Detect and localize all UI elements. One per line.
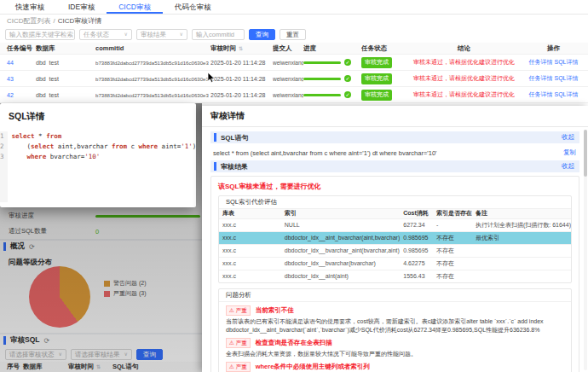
sql-detail-link[interactable]: SQL详情 (554, 75, 578, 81)
col-header: 备注 (472, 209, 571, 218)
sql-detail-link[interactable]: SQL详情 (554, 91, 578, 97)
severity-badge: ⚠ 严重 (226, 362, 251, 372)
chevron-down-icon: ∨ (180, 30, 183, 39)
check-icon: ✓ (344, 59, 351, 66)
progress-bar (303, 78, 341, 80)
cost-eval-table: 库表索引Cost消耗索引是否存在备注xxx.cNULL6272.34-执行计划全… (219, 209, 571, 282)
db-search-input[interactable]: 输入数据库关键字检索 (5, 29, 75, 40)
issues-card: 问题分析 ⚠ 严重当前索引不佳当前该表的已有索引不能满足该语句的使用要求，cos… (218, 288, 572, 372)
sql-statement-text: select * from (select aint,bvarchar from… (213, 149, 437, 157)
mouse-cursor (207, 72, 216, 84)
filter-bar: 输入数据库关键字检索 任务状态∨ 审核结果∨ 输入commitid 查询 重置 (0, 26, 588, 43)
sql-statement-section-header: SQL语句 收起 (210, 131, 579, 143)
search-button[interactable]: 查询 (249, 29, 275, 40)
tab-1[interactable]: IDE审核 (56, 0, 107, 14)
top-tabs: 快速审核IDE审核CICD审核代码仓审核 (0, 0, 588, 15)
issues-title: 问题分析 (219, 289, 571, 302)
col-header: 库表 (219, 209, 281, 218)
task-status-select[interactable]: 任务状态∨ (79, 29, 132, 40)
sql-code: select * from (select aint,bvarchar from… (8, 131, 196, 202)
task-row: 43dbd_testb73883fd2dabcd27739da513db5c91… (0, 71, 588, 87)
task-id-link[interactable]: 43 (7, 76, 14, 82)
task-detail-link[interactable]: 任务详情 (529, 75, 553, 81)
col-header[interactable]: 审核时间 ⇅ (210, 44, 273, 53)
tab-3[interactable]: 代码仓审核 (163, 0, 223, 14)
sql-code-editor[interactable]: 123 select * from (select aint,bvarchar … (0, 131, 196, 202)
cost-eval-row[interactable]: xxx.cdbdoctor_idx__bvarchar_aint(bvarcha… (219, 244, 571, 257)
task-table: 任务编号 ⇅数据库commitid审核时间 ⇅提交人进度任务状态结论操作 44d… (0, 43, 588, 103)
progress-bar (303, 94, 341, 96)
task-row: 42dbd_testb73883fd2dabcd27739da513db5c91… (0, 87, 588, 103)
col-header: 索引 (281, 209, 400, 218)
issue-item: ⚠ 严重检查查询是否存在全表扫描全表扫描会消耗大量资源，数据量较大情况下可能导致… (219, 338, 571, 358)
tab-0[interactable]: 快速审核 (3, 0, 56, 14)
issue-title[interactable]: where条件中必须使用主键列或者索引列 (256, 363, 370, 371)
cost-eval-row[interactable]: xxx.cdbdoctor_idx__bvarchar(bvarchar)4.6… (219, 257, 571, 270)
collapse-link[interactable]: 收起 (562, 133, 579, 142)
status-badge: 审核完成 (361, 57, 392, 68)
line-numbers: 123 (0, 131, 8, 202)
issue-item: ⚠ 严重where条件中必须使用主键列或者索引列 (219, 362, 571, 372)
reset-button[interactable]: 重置 (280, 29, 306, 40)
audit-result-box: 该SQL审核未通过，需要进行优化 SQL索引代价评估 库表索引Cost消耗索引是… (210, 176, 579, 372)
audit-result-select[interactable]: 审核结果∨ (136, 29, 187, 40)
task-detail-link[interactable]: 任务详情 (529, 59, 553, 65)
copy-link[interactable]: 复制 (563, 148, 579, 157)
task-detail-link[interactable]: 任务详情 (529, 91, 553, 97)
breadcrumb: CICD配置列表/CICD审核详情 (0, 15, 588, 26)
cost-eval-title: SQL索引代价评估 (219, 196, 571, 209)
audit-detail-drawer: 审核详情 SQL语句 收起 select * from (select aint… (202, 106, 588, 372)
severity-badge: ⚠ 严重 (226, 338, 251, 348)
modal-title: SQL详情 (0, 103, 196, 123)
col-header: commitid (95, 44, 210, 52)
col-header: Cost消耗 (400, 209, 433, 218)
cost-eval-row[interactable]: xxx.cdbdoctor_idx__aint(aint)1556.43不存在 (219, 270, 571, 282)
task-row: 44dbd_testb73883fd2dabcd27739da513db5c91… (0, 55, 588, 71)
drawer-scrollbar[interactable] (584, 130, 587, 370)
col-header: 操作 (522, 44, 585, 53)
audit-result-section-header: 审核结果 收起 (210, 160, 579, 172)
tab-2[interactable]: CICD审核 (107, 0, 163, 14)
drawer-title: 审核详情 (202, 106, 588, 127)
col-header: 数据库 (36, 44, 95, 53)
issue-title[interactable]: 检查查询是否存在全表扫描 (256, 339, 332, 347)
collapse-link[interactable]: 收起 (562, 162, 579, 171)
task-id-link[interactable]: 42 (7, 92, 14, 98)
issue-title[interactable]: 当前索引不佳 (256, 306, 294, 315)
commitid-input[interactable]: 输入commitid (192, 29, 245, 40)
check-icon: ✓ (344, 91, 351, 98)
cost-eval-card: SQL索引代价评估 库表索引Cost消耗索引是否存在备注xxx.cNULL627… (218, 195, 572, 283)
breadcrumb-current: CICD审核详情 (58, 17, 102, 25)
breadcrumb-parent[interactable]: CICD配置列表 (7, 17, 51, 25)
col-header: 进度 (303, 44, 361, 53)
col-header: 结论 (406, 44, 522, 53)
verdict-text: 该SQL审核未通过，需要进行优化 (218, 182, 572, 191)
cicd-audit-page: 快速审核IDE审核CICD审核代码仓审核 CICD配置列表/CICD审核详情 输… (0, 0, 588, 372)
task-table-header: 任务编号 ⇅数据库commitid审核时间 ⇅提交人进度任务状态结论操作 (0, 43, 588, 55)
status-badge: 审核完成 (361, 73, 392, 84)
progress-bar (303, 61, 341, 64)
check-icon: ✓ (344, 75, 351, 82)
col-header: 提交人 (273, 44, 303, 53)
chevron-down-icon: ∨ (124, 30, 128, 39)
cost-eval-row[interactable]: xxx.cNULL6272.34-执行计划全表扫描(扫描行数: 61644) (219, 218, 571, 231)
sql-detail-link[interactable]: SQL详情 (554, 59, 578, 65)
severity-badge: ⚠ 严重 (226, 305, 251, 316)
status-badge: 审核完成 (361, 90, 392, 101)
sql-statement-row: select * from (select aint,bvarchar from… (210, 147, 579, 159)
sql-detail-modal: SQL详情 123 select * from (select aint,bva… (0, 103, 196, 207)
col-header[interactable]: 任务编号 ⇅ (0, 44, 36, 53)
issue-item: ⚠ 严重当前索引不佳当前该表的已有索引不能满足该语句的使用要求，cost较高，需… (219, 305, 571, 334)
col-header: 任务状态 (361, 44, 406, 53)
cost-eval-row[interactable]: xxx.cdbdoctor_idx__aint_bvarchar(aint,bv… (219, 231, 571, 244)
task-id-link[interactable]: 44 (7, 60, 14, 66)
col-header: 索引是否存在 (433, 209, 472, 218)
